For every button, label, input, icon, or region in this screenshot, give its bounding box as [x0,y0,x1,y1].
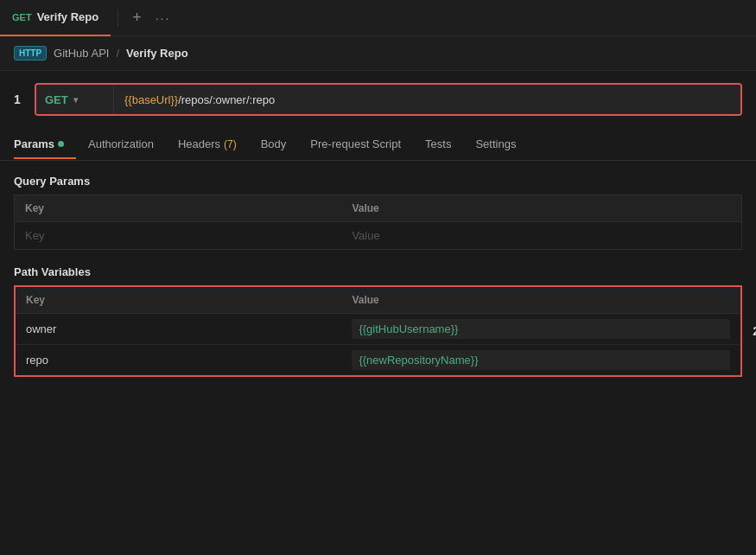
path-variables-table: Key Value owner {{gitHubUsername}} repo [14,285,742,377]
new-tab-button[interactable]: + [125,9,149,27]
tab-authorization[interactable]: Authorization [76,131,166,157]
pv-owner-key: owner [15,314,341,345]
breadcrumb-current: Verify Repo [126,47,188,60]
query-params-table: Key Value Key Value [14,195,742,250]
query-params-title: Query Params [14,175,742,188]
tab-settings-label: Settings [475,137,516,150]
url-base: {{baseUrl}} [124,93,178,106]
pv-repo-key: repo [15,345,341,377]
path-var-repo-row: repo {{newRepositoryName}} [15,345,741,377]
query-params-placeholder-row: Key Value [15,222,742,250]
tab-headers[interactable]: Headers (7) [166,131,249,157]
qp-value-header: Value [341,195,741,222]
tab-params-label: Params [14,137,54,150]
breadcrumb-collection[interactable]: GitHub API [54,47,109,60]
tab-settings[interactable]: Settings [463,131,528,157]
tab-pre-request[interactable]: Pre-request Script [298,131,413,157]
pv-repo-value[interactable]: {{newRepositoryName}} [352,350,730,370]
http-badge: HTTP [14,46,47,61]
headers-badge: (7) [224,138,237,150]
path-var-owner-row: owner {{gitHubUsername}} [15,314,741,345]
url-input-box: GET ▾ {{baseUrl}} /repos/:owner/:repo [35,83,742,116]
pv-repo-value-cell[interactable]: {{newRepositoryName}} [341,345,741,377]
chevron-down-icon: ▾ [73,95,78,105]
tab-headers-label: Headers [178,137,220,150]
query-params-section: Query Params Key Value Key Value [14,175,742,250]
breadcrumb-bar: HTTP GitHub API / Verify Repo [0,36,756,71]
request-number: 1 [14,92,24,106]
pv-owner-value-cell[interactable]: {{gitHubUsername}} [341,314,741,345]
method-text: GET [45,93,68,106]
pv-value-header: Value [341,286,741,314]
tab-body[interactable]: Body [249,131,299,157]
annotation-2: 2 [753,324,756,338]
params-dot [58,141,64,147]
tab-method-label: GET [12,12,32,22]
tab-tests[interactable]: Tests [413,131,463,157]
path-variables-section: Path Variables Key Value owner {{gitHubU… [14,265,742,377]
url-display[interactable]: {{baseUrl}} /repos/:owner/:repo [114,85,740,114]
qp-value-cell[interactable]: Value [341,222,741,250]
title-bar-separator [118,10,118,27]
tab-prerequest-label: Pre-request Script [310,137,401,150]
pv-key-header: Key [15,286,341,314]
pv-owner-value[interactable]: {{gitHubUsername}} [352,319,730,339]
tab-tests-label: Tests [425,137,451,150]
tab-authorization-label: Authorization [88,137,154,150]
tab-title: Verify Repo [37,10,99,23]
qp-key-cell[interactable]: Key [15,222,342,250]
tabs-row: Params Authorization Headers (7) Body Pr… [0,128,756,161]
active-tab[interactable]: GET Verify Repo [0,0,111,36]
qp-key-header: Key [15,195,342,222]
method-dropdown[interactable]: GET ▾ [36,85,114,114]
content-area: Query Params Key Value Key Value Path Va… [0,161,756,377]
path-variables-title: Path Variables [14,265,742,278]
more-options-button[interactable]: ··· [149,11,178,25]
tab-params[interactable]: Params [14,131,76,159]
url-row: 1 GET ▾ {{baseUrl}} /repos/:owner/:repo [0,71,756,128]
path-table-wrapper: Key Value owner {{gitHubUsername}} repo [14,285,742,377]
tab-body-label: Body [261,137,287,150]
breadcrumb-separator: / [116,47,119,60]
title-bar: GET Verify Repo + ··· [0,0,756,36]
url-path: /repos/:owner/:repo [178,93,275,106]
